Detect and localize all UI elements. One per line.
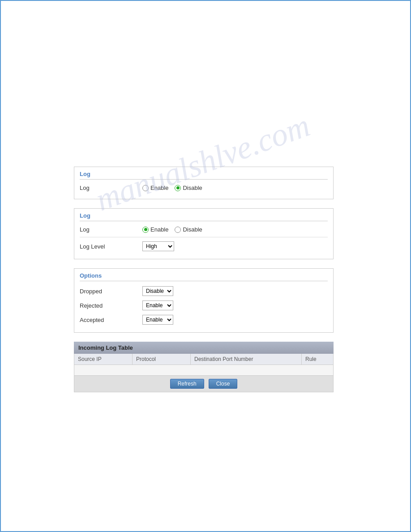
col-source-ip: Source IP xyxy=(74,354,133,365)
section1-log-row: Log Enable Disable xyxy=(80,182,328,193)
section2-enable-label: Enable xyxy=(150,226,168,233)
section2-enable-radio[interactable]: Enable xyxy=(142,226,168,233)
section3-dropped-label: Dropped xyxy=(80,288,142,295)
close-button[interactable]: Close xyxy=(209,379,238,389)
section2-disable-label: Disable xyxy=(183,226,202,233)
section2-disable-radio[interactable]: Disable xyxy=(175,226,202,233)
section3-accepted-label: Accepted xyxy=(80,317,142,323)
section1-box: Log Log Enable Disable xyxy=(74,167,334,199)
section2-log-row: Log Enable Disable xyxy=(80,224,328,235)
section2-enable-circle xyxy=(142,227,149,233)
section1-title: Log xyxy=(80,171,328,180)
col-dest-port: Destination Port Number xyxy=(191,354,302,365)
section2-radio-group: Enable Disable xyxy=(142,226,202,233)
section3-dropped-row: Dropped Disable Enable xyxy=(80,284,328,298)
log-empty-row xyxy=(74,365,334,376)
section1-disable-circle xyxy=(175,185,181,191)
section2-box: Log Log Enable Disable xyxy=(74,208,334,259)
section2-loglevel-row: Log Level High Medium Low xyxy=(80,239,328,253)
section2-loglevel-label: Log Level xyxy=(80,243,142,250)
section1-enable-label: Enable xyxy=(150,184,168,191)
section1-disable-radio[interactable]: Disable xyxy=(175,184,202,191)
section3-box: Options Dropped Disable Enable Rejected … xyxy=(74,268,334,333)
section2-enable-dot xyxy=(144,228,147,231)
section1-enable-circle xyxy=(142,185,149,191)
log-table-title: Incoming Log Table xyxy=(74,342,334,354)
log-table-cols: Source IP Protocol Destination Port Numb… xyxy=(74,354,334,365)
button-bar: Refresh Close xyxy=(74,376,334,392)
section3-accepted-select[interactable]: Enable Disable xyxy=(142,315,173,325)
section1-radio-group: Enable Disable xyxy=(142,184,202,191)
section3-dropped-select[interactable]: Disable Enable xyxy=(142,286,173,296)
section2-divider xyxy=(80,237,328,237)
section1-disable-dot xyxy=(176,186,180,189)
refresh-button[interactable]: Refresh xyxy=(170,379,204,389)
section2-title: Log xyxy=(80,212,328,221)
section3-rejected-row: Rejected Enable Disable xyxy=(80,298,328,313)
log-table-section: Incoming Log Table Source IP Protocol De… xyxy=(74,342,334,392)
section1-log-label: Log xyxy=(80,184,142,191)
section1-enable-radio[interactable]: Enable xyxy=(142,184,168,191)
content-area: Log Log Enable Disable xyxy=(74,167,334,392)
col-protocol: Protocol xyxy=(133,354,191,365)
section3-rejected-select[interactable]: Enable Disable xyxy=(142,300,173,310)
section3-rejected-label: Rejected xyxy=(80,302,142,309)
section2-disable-circle xyxy=(175,227,181,233)
col-rule: Rule xyxy=(302,354,333,365)
section1-disable-label: Disable xyxy=(183,184,202,191)
section2-loglevel-select[interactable]: High Medium Low xyxy=(142,241,174,251)
section3-accepted-row: Accepted Enable Disable xyxy=(80,313,328,327)
section3-title: Options xyxy=(80,272,328,281)
section2-log-label: Log xyxy=(80,226,142,233)
page-outer: manualshlve.com Log Log Enable Disable xyxy=(0,0,411,532)
